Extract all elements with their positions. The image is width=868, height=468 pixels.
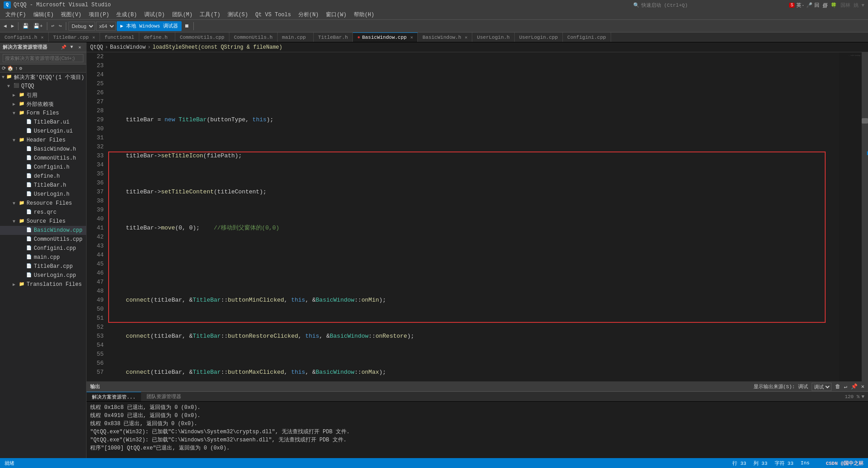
tab-close[interactable]: ✕ [465, 35, 467, 40]
sidebar-tb-btn4[interactable]: ⚙ [19, 65, 23, 71]
pin-btn[interactable]: 📌 [60, 44, 67, 51]
menu-analyze[interactable]: 分析(N) [295, 10, 323, 20]
code-container[interactable]: 2223242526272829303132333435363738394041… [87, 52, 868, 381]
zoom-level[interactable]: 120 % ▼ [187, 392, 868, 401]
sidebar-search-input[interactable] [3, 54, 83, 62]
sidebar-tb-btn3[interactable]: ↑ [15, 66, 18, 71]
code-editor[interactable]: titleBar = new TitleBar(buttonType, this… [108, 52, 839, 381]
menu-build[interactable]: 生成(B) [113, 10, 141, 20]
pin-output-btn[interactable]: 📌 [851, 383, 858, 390]
tree-references[interactable]: ▶ 📁 引用 [0, 91, 86, 100]
tab-userlogin-h[interactable]: UserLogin.h [472, 32, 515, 42]
tree-userlogin-h-file[interactable]: ▶ 📄 UserLogin.h [0, 190, 86, 199]
menu-qt[interactable]: Qt VS Tools [251, 10, 294, 20]
zoom-adjust[interactable]: ▼ [861, 394, 864, 399]
close-output-btn[interactable]: ✕ [861, 383, 864, 390]
tree-commonutils-h[interactable]: ▶ 📄 CommonUtils.h [0, 154, 86, 163]
sidebar-search-area[interactable] [0, 52, 86, 64]
tree-configini-cpp[interactable]: ▶ 📄 Configini.cpp [0, 244, 86, 253]
word-wrap-btn[interactable]: ↵ [844, 383, 847, 390]
output-controls[interactable]: 显示输出来源(S): 调试 调试 🗑 ↵ 📌 ✕ [754, 383, 864, 391]
code-line-25[interactable]: titleBar->move(0, 0); //移动到父窗体的(0,0) [112, 224, 836, 233]
tab-close[interactable]: ✕ [410, 35, 413, 40]
tree-form-files[interactable]: ▼ 📁 Form Files [0, 109, 86, 118]
sidebar-tb-btn1[interactable]: ⟳ [2, 65, 6, 71]
vertical-scrollbar[interactable]: ▐ [862, 52, 868, 381]
stop-debug-btn[interactable]: ⏹ [183, 21, 191, 31]
tab-titlebar-h[interactable]: TitleBar.h [314, 32, 353, 42]
tree-translation-files[interactable]: ▶ 📁 Translation Files [0, 280, 86, 289]
tab-basicwindow-cpp[interactable]: ● BasicWindow.cpp ✕ [353, 32, 418, 42]
tree-userlogin-cpp[interactable]: ▶ 📄 UserLogin.cpp [0, 271, 86, 280]
menu-team[interactable]: 团队(M) [169, 10, 196, 20]
tree-commonutils-cpp[interactable]: ▶ 📄 CommonUtils.cpp [0, 235, 86, 244]
debug-config-select[interactable]: Debug [69, 22, 95, 31]
file-label: define.h [34, 173, 60, 179]
undo-btn[interactable]: ↩ [50, 21, 56, 31]
tree-project[interactable]: ▼ ⬛ QTQQ [0, 82, 86, 91]
tree-titlebar-ui[interactable]: ▶ 📄 TitleBar.ui [0, 118, 86, 127]
code-line-26[interactable] [112, 260, 836, 269]
code-line-22[interactable]: titleBar = new TitleBar(buttonType, this… [112, 115, 836, 124]
output-source-select[interactable]: 调试 [812, 383, 831, 391]
menu-tools[interactable]: 工具(T) [196, 10, 224, 20]
tab-define-h[interactable]: define.h [139, 32, 175, 42]
tree-configini-h[interactable]: ▶ 📄 Configini.h [0, 163, 86, 172]
tab-configini-h[interactable]: Configini.h ✕ [0, 32, 49, 42]
code-line-28[interactable]: connect(titleBar, &TitleBar::buttonResto… [112, 332, 836, 341]
tab-close[interactable]: ✕ [41, 35, 44, 40]
bottom-tab-solution[interactable]: 解决方案资源管... [87, 392, 141, 401]
tab-userlogin-cpp[interactable]: UserLogin.cpp [515, 32, 563, 42]
menu-file[interactable]: 文件(F) [2, 10, 30, 20]
sidebar-actions[interactable]: 📌 ▼ ✕ [60, 44, 83, 51]
tab-configini-cpp[interactable]: Configini.cpp [563, 32, 611, 42]
save-all-btn[interactable]: 💾+ [32, 21, 45, 31]
bottom-tab-team[interactable]: 团队资源管理器 [141, 392, 187, 401]
tree-solution-root[interactable]: ▼ 📁 解决方案'QtQQ'(1 个项目) [0, 73, 86, 82]
tree-basicwindow-cpp[interactable]: ▶ 📄 BasicWindow.cpp [0, 226, 86, 235]
tree-define-h[interactable]: ▶ 📄 define.h [0, 172, 86, 181]
clear-btn[interactable]: 🗑 [835, 383, 841, 390]
code-line-24[interactable]: titleBar->setTitleContent(titleContent); [112, 188, 836, 197]
tab-functional[interactable]: functional [100, 32, 139, 42]
forward-btn[interactable]: ▶ [9, 21, 16, 31]
menu-test[interactable]: 测试(S) [224, 10, 252, 20]
sep4 [193, 22, 194, 30]
tree-userlogin-ui[interactable]: ▶ 📄 UserLogin.ui [0, 127, 86, 136]
tab-commonutils-h[interactable]: CommonUtils.h [229, 32, 278, 42]
code-line-29[interactable]: connect(titleBar, &TitleBar::buttonMaxCl… [112, 368, 836, 377]
tab-commonutils-cpp[interactable]: CommonUtils.cpp [175, 32, 229, 42]
save-btn[interactable]: 💾 [21, 21, 31, 31]
code-line-27[interactable]: connect(titleBar, &TitleBar::buttonMinCl… [112, 296, 836, 305]
menu-help[interactable]: 帮助(H) [350, 10, 378, 20]
tree-basicwindow-h[interactable]: ▶ 📄 BasicWindow.h [0, 145, 86, 154]
tab-main-cpp[interactable]: main.cpp [278, 32, 314, 42]
start-debug-btn[interactable]: ▶ 本地 Windows 调试器 [117, 21, 182, 31]
tree-external-deps[interactable]: ▶ 📁 外部依赖项 [0, 100, 86, 109]
scrollbar-thumb[interactable] [862, 118, 868, 124]
sidebar-close-btn[interactable]: ▼ [68, 44, 75, 51]
redo-btn[interactable]: ↪ [57, 21, 64, 31]
sidebar-x-btn[interactable]: ✕ [76, 44, 83, 51]
tree-titlebar-h-file[interactable]: ▶ 📄 TitleBar.h [0, 181, 86, 190]
output-content: 线程 0x18c8 已退出, 返回值为 0 (0x0). 线程 0x4910 已… [87, 402, 868, 458]
tree-source-files[interactable]: ▼ 📁 Source Files [0, 217, 86, 226]
menu-window[interactable]: 窗口(W) [322, 10, 350, 20]
tree-header-files[interactable]: ▼ 📁 Header Files [0, 136, 86, 145]
back-btn[interactable]: ◀ [2, 21, 9, 31]
code-line-23[interactable]: titleBar->setTitleIcon(filePath); [112, 151, 836, 161]
platform-select[interactable]: x64 [96, 22, 116, 31]
tree-res-qrc[interactable]: ▶ 📄 res.qrc [0, 208, 86, 217]
tree-resource-files[interactable]: ▼ 📁 Resource Files [0, 199, 86, 208]
tab-basicwindow-h[interactable]: BasicWindow.h ✕ [418, 32, 472, 42]
menu-edit[interactable]: 编辑(E) [30, 10, 58, 20]
menu-view[interactable]: 视图(V) [57, 10, 85, 20]
menu-project[interactable]: 项目(P) [85, 10, 113, 20]
tree-main-cpp[interactable]: ▶ 📄 main.cpp [0, 253, 86, 262]
sidebar-tb-btn2[interactable]: 🏠 [7, 65, 14, 71]
tab-close[interactable]: ✕ [92, 35, 95, 40]
menu-debug[interactable]: 调试(D) [141, 10, 169, 20]
tab-titlebar-cpp[interactable]: TitleBar.cpp ✕ [49, 32, 100, 42]
tree-titlebar-cpp-file[interactable]: ▶ 📄 TitleBar.cpp [0, 262, 86, 271]
search-bar-top[interactable]: 🔍 快速启动 (Ctrl+Q) [633, 0, 688, 10]
